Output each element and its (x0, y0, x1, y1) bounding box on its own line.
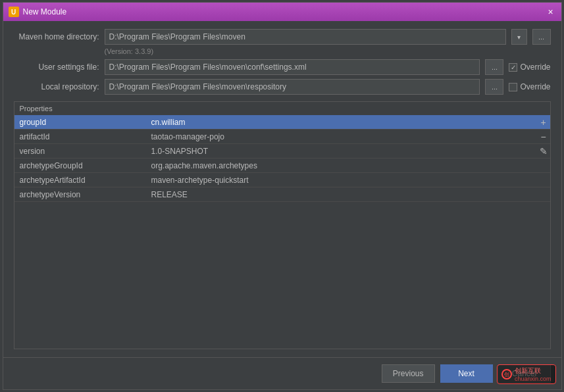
app-icon: U (9, 7, 19, 17)
prop-val: org.apache.maven.archetypes (151, 161, 545, 170)
table-row[interactable]: groupId cn.william (14, 115, 550, 130)
maven-home-row: Maven home directory: ▾ ... (14, 29, 551, 45)
title-bar-left: U New Module (9, 7, 67, 17)
dialog-body: Maven home directory: ▾ ... (Version: 3.… (3, 21, 561, 357)
local-repo-input[interactable] (105, 79, 480, 95)
new-module-dialog: U New Module × Maven home directory: ▾ .… (3, 2, 562, 390)
remove-property-button[interactable]: − (537, 130, 550, 144)
maven-home-browse[interactable]: ... (532, 29, 551, 45)
prop-val: RELEASE (151, 190, 545, 199)
user-settings-browse[interactable]: ... (485, 59, 503, 75)
maven-home-input[interactable] (105, 29, 506, 45)
maven-home-label: Maven home directory: (14, 32, 99, 41)
table-row[interactable]: artifactId taotao-manager-pojo (14, 130, 550, 144)
table-row[interactable]: archetypeVersion RELEASE (14, 187, 550, 202)
close-button[interactable]: × (546, 7, 556, 17)
prop-key: archetypeGroupId (20, 161, 151, 170)
prop-val: 1.0-SNAPSHOT (151, 147, 545, 156)
prop-val: maven-archetype-quickstart (151, 176, 545, 185)
prop-key: artifactId (20, 132, 151, 141)
prop-key: version (20, 147, 151, 156)
prop-val: cn.william (151, 118, 545, 127)
maven-home-dropdown[interactable]: ▾ (511, 29, 527, 45)
edit-property-button[interactable]: ✎ (537, 144, 550, 159)
local-repo-row: Local repository: ... Override (14, 79, 551, 95)
prop-val: taotao-manager-pojo (151, 132, 545, 141)
dialog-footer: Previous Next Cancel (3, 357, 561, 389)
watermark: 创 创新互联 chuanxin.com (497, 364, 556, 384)
prop-key: archetypeVersion (20, 190, 151, 199)
user-settings-input[interactable] (105, 59, 480, 75)
watermark-icon: 创 (501, 369, 512, 380)
prop-key: groupId (20, 118, 151, 127)
user-settings-override: Override (509, 62, 550, 72)
user-settings-override-checkbox[interactable] (509, 63, 517, 72)
title-bar: U New Module × (3, 3, 561, 21)
dialog-title: New Module (23, 7, 67, 16)
properties-table: groupId cn.william artifactId taotao-man… (14, 115, 550, 349)
side-actions: + − ✎ (537, 115, 550, 159)
local-repo-label: Local repository: (14, 82, 99, 91)
local-repo-browse[interactable]: ... (485, 79, 503, 95)
watermark-text: 创新互联 chuanxin.com (515, 366, 551, 382)
properties-group: Properties groupId cn.william artifactId… (14, 101, 551, 349)
edit-icon: ✎ (540, 146, 548, 157)
maven-version: (Version: 3.3.9) (105, 47, 551, 55)
user-settings-label: User settings file: (14, 62, 99, 72)
user-settings-row: User settings file: ... Override (14, 59, 551, 75)
prop-key: archetypeArtifactId (20, 176, 151, 185)
previous-button[interactable]: Previous (382, 364, 435, 383)
add-property-button[interactable]: + (537, 115, 550, 130)
table-row[interactable]: version 1.0-SNAPSHOT (14, 144, 550, 159)
local-repo-override-checkbox[interactable] (509, 83, 517, 91)
user-settings-override-label: Override (520, 62, 550, 72)
table-row[interactable]: archetypeArtifactId maven-archetype-quic… (14, 173, 550, 187)
local-repo-override: Override (509, 82, 550, 91)
next-button[interactable]: Next (440, 364, 493, 383)
local-repo-override-label: Override (520, 82, 550, 91)
table-row[interactable]: archetypeGroupId org.apache.maven.archet… (14, 159, 550, 173)
properties-title: Properties (14, 102, 550, 115)
